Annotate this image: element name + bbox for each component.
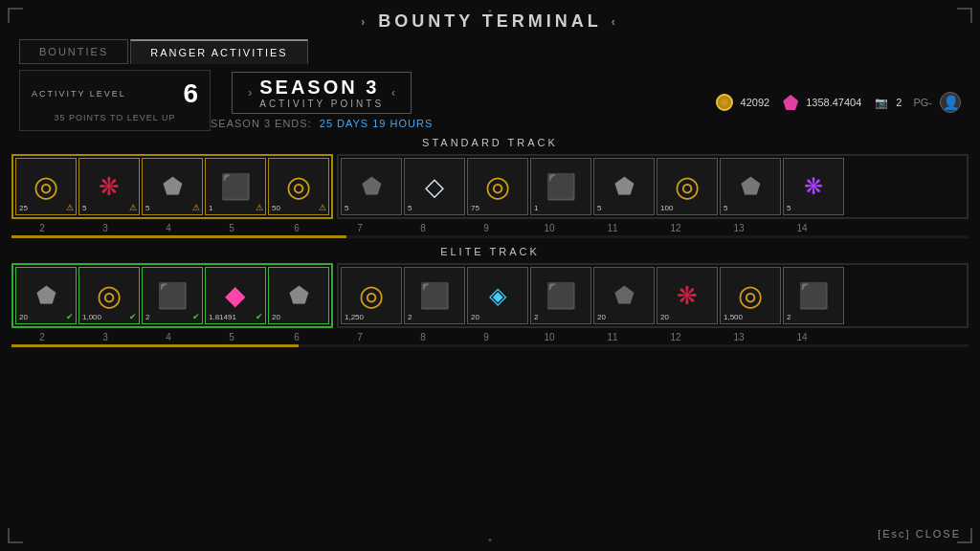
std-num-5: 5 — [201, 222, 262, 234]
elite-track-label: ELITE TRACK — [11, 246, 969, 257]
std-num-4: 4 — [138, 222, 199, 234]
elite-num-5: 5 — [201, 331, 262, 343]
std-item-8-icon: ◎ — [485, 172, 510, 201]
std-item-10: ⬟ 5 — [593, 158, 655, 215]
left-chevron-icon: › — [361, 15, 368, 29]
photos-value: 2 — [896, 97, 902, 108]
top-info-row: ACTIVITY LEVEL 6 35 POINTS TO LEVEL UP ›… — [0, 64, 980, 137]
season-ends: SEASON 3 ENDS: 25 DAYS 19 HOURS — [211, 118, 433, 129]
corner-bl — [8, 528, 23, 543]
elite-progress-bar — [11, 344, 969, 347]
season-ends-value: 25 DAYS 19 HOURS — [320, 118, 434, 129]
elite-item-8: ◈ 20 — [467, 267, 528, 324]
tab-bounties[interactable]: BOUNTIES — [19, 39, 128, 64]
standard-track-items: ◎ 25 ⚠ ❋ 5 ⚠ ⬟ 5 ⚠ — [11, 154, 969, 219]
currency-panel: 42092 1358.47404 📷 2 PG- 👤 — [716, 88, 961, 113]
std-item-7-count: 5 — [408, 204, 412, 212]
close-hint[interactable]: [Esc] CLOSE — [878, 528, 961, 540]
std-num-11: 11 — [582, 222, 643, 234]
right-chevron-icon: ‹ — [612, 15, 619, 29]
std-num-10: 10 — [519, 222, 580, 234]
std-item-5-count: 50 — [272, 204, 280, 212]
std-item-2: ❋ 5 ⚠ — [78, 158, 140, 215]
std-item-9-icon: ⬛ — [546, 174, 576, 199]
tab-ranger-activities[interactable]: RANGER ACTIVITIES — [130, 39, 307, 64]
std-item-12: ⬟ 5 — [720, 158, 781, 215]
std-item-12-count: 5 — [724, 204, 727, 212]
std-item-5-icon: ◎ — [286, 172, 311, 201]
std-num-12: 12 — [645, 222, 706, 234]
standard-completed-nums: 2 3 4 5 — [11, 222, 262, 234]
elite-item-12-icon: ◎ — [738, 281, 763, 310]
avatar-person-icon: 👤 — [943, 95, 959, 110]
std-item-7-icon: ◇ — [425, 174, 444, 199]
standard-nums-row: 2 3 4 5 6 7 8 9 10 11 12 13 14 — [11, 222, 969, 234]
footer: [Esc] CLOSE — [878, 528, 961, 540]
std-item-10-count: 5 — [597, 204, 601, 212]
std-item-6-icon: ⬟ — [362, 175, 382, 198]
elite-num-11: 11 — [582, 331, 643, 343]
std-item-2-count: 5 — [82, 204, 86, 212]
elite-item-5-count: 20 — [272, 313, 280, 321]
elite-num-13: 13 — [708, 331, 769, 343]
elite-item-12-count: 1,500 — [724, 313, 743, 321]
header: › BOUNTY TERMINAL ‹ — [0, 0, 980, 32]
std-num-8: 8 — [392, 222, 454, 234]
elite-item-12: ◎ 1,500 — [720, 267, 781, 324]
elite-item-6-count: 1,250 — [345, 313, 364, 321]
std-item-8-count: 75 — [471, 204, 479, 212]
elite-item-10-icon: ⬟ — [614, 284, 635, 307]
avatar-icon[interactable]: 👤 — [940, 92, 961, 113]
elite-item-8-count: 20 — [471, 313, 479, 321]
std-item-3-warn: ⚠ — [192, 203, 200, 212]
std-item-9: ⬛ 1 — [530, 158, 591, 215]
elite-item-4-count: 1.81491 — [209, 313, 236, 321]
std-item-5: ◎ 50 ⚠ — [268, 158, 329, 215]
elite-track-items: ⬟ 20 ✔ ◎ 1,000 ✔ ⬛ 2 ✔ — [11, 263, 969, 328]
photos-icon: 📷 — [875, 97, 888, 109]
elite-progress-fill — [11, 344, 299, 347]
elite-item-7-icon: ⬛ — [419, 283, 450, 308]
elite-num-3: 3 — [75, 331, 136, 343]
std-item-9-count: 1 — [534, 204, 538, 212]
elite-item-3-check: ✔ — [192, 312, 200, 321]
std-item-3-count: 5 — [145, 204, 149, 212]
gem-icon — [783, 95, 798, 110]
std-item-1-count: 25 — [19, 204, 28, 212]
elite-item-2-count: 1,000 — [82, 313, 101, 321]
coin-icon — [716, 94, 733, 111]
std-num-6: 6 — [266, 222, 327, 234]
std-item-13-icon: ❋ — [804, 175, 823, 198]
std-item-11-icon: ◎ — [675, 172, 700, 201]
elite-num-10: 10 — [519, 331, 580, 343]
std-num-14: 14 — [771, 222, 833, 234]
elite-item-4-check: ✔ — [256, 312, 263, 321]
std-item-4-icon: ⬛ — [220, 174, 251, 199]
std-item-1-icon: ◎ — [33, 172, 58, 201]
standard-track-label: STANDARD TRACK — [11, 137, 969, 148]
season-subtitle: ACTIVITY POINTS — [259, 99, 384, 109]
tracks-container: STANDARD TRACK ◎ 25 ⚠ ❋ 5 ⚠ — [0, 137, 980, 347]
elite-item-9-count: 2 — [534, 313, 538, 321]
standard-remaining-nums: 6 7 8 9 10 11 12 13 14 — [266, 222, 969, 234]
activity-level-panel: ACTIVITY LEVEL 6 35 POINTS TO LEVEL UP — [19, 70, 211, 131]
activity-level-value: 6 — [183, 78, 198, 109]
season-title: SEASON 3 — [259, 77, 384, 99]
std-item-6: ⬟ 5 — [341, 158, 402, 215]
elite-num-14: 14 — [771, 331, 833, 343]
elite-completed-block: ⬟ 20 ✔ ◎ 1,000 ✔ ⬛ 2 ✔ — [11, 263, 333, 328]
elite-num-9: 9 — [456, 331, 517, 343]
elite-num-2: 2 — [11, 331, 73, 343]
std-item-11: ◎ 100 — [657, 158, 718, 215]
elite-num-12: 12 — [645, 331, 706, 343]
std-item-4-count: 1 — [209, 204, 212, 212]
season-right-chevron: ‹ — [391, 86, 395, 99]
elite-item-2: ◎ 1,000 ✔ — [78, 267, 140, 324]
std-item-1: ◎ 25 ⚠ — [15, 158, 77, 215]
elite-item-5: ⬟ 20 — [268, 267, 329, 324]
standard-track: STANDARD TRACK ◎ 25 ⚠ ❋ 5 ⚠ — [11, 137, 969, 238]
elite-item-11: ❋ 20 — [657, 267, 718, 324]
coins-value: 42092 — [741, 97, 770, 108]
elite-item-7-count: 2 — [408, 313, 412, 321]
elite-item-11-count: 20 — [660, 313, 669, 321]
